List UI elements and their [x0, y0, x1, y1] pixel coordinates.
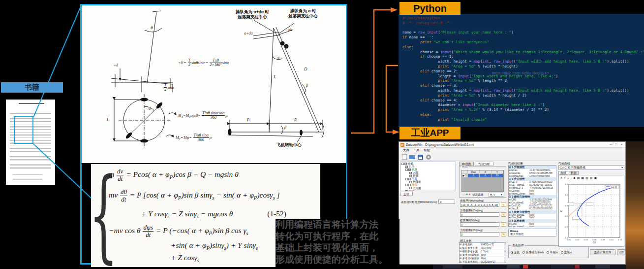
save-icon[interactable] — [418, 155, 423, 160]
chart-tool-icon[interactable]: + — [567, 176, 569, 179]
param-row[interactable]: ⊞ 横向参考长度1.5[m] — [460, 250, 506, 253]
param-row[interactable]: ⊞ 纵向参考长度0.174[m] — [460, 246, 506, 250]
code-token: choose == 4: — [429, 98, 458, 102]
aero-section-header[interactable]: ⊟ 2 升力特性 — [509, 177, 556, 181]
edit-pencil-icon[interactable]: ✎ — [501, 212, 506, 217]
tree-item-label: 机翼 — [412, 168, 418, 171]
chart-tool-icon[interactable]: ▥ — [585, 176, 588, 179]
metric-info-box: Emax 最大升阻比 — [508, 229, 556, 236]
code-line: print "Invalid choose" — [402, 117, 643, 122]
aero-section-header[interactable]: ⊟ 3 俯仰力矩特性 — [509, 195, 556, 199]
aero-section-header[interactable]: ⊟ 1 升阻特性 — [509, 166, 556, 169]
aero-item-row[interactable]: ⊞ Eps_AlphaENaN — [509, 226, 556, 227]
run-arrow-icon[interactable]: → — [461, 193, 465, 196]
view-calc-file-button[interactable]: 查看计算文件 — [590, 249, 615, 255]
chart-tool-icon[interactable]: ▨ — [590, 176, 593, 179]
code-token: int — [483, 88, 490, 93]
formula-text: − sin( α + φ — [215, 191, 254, 199]
D-label: D — [304, 67, 307, 71]
sequence-input[interactable]: [-10, -8, -6, -4, -2, 0, 2, 4, 6, 8, 10] — [460, 202, 499, 207]
minimize-button[interactable]: — — [608, 142, 613, 147]
chart-tool-icon[interactable]: ▤ — [577, 176, 580, 179]
curve-type-dropdown[interactable]: Cd,Cl E 升阻极曲线 ▾ — [558, 165, 624, 170]
aero-item-name: ⊞ AlphaCLfmax — [509, 193, 525, 195]
chart-tool-icon[interactable]: Y — [564, 176, 566, 179]
sequence-input[interactable]: [] — [460, 222, 499, 227]
roughness-input[interactable]: 0 — [438, 200, 455, 204]
chevron-down-icon: ▾ — [501, 193, 502, 197]
sequence-input[interactable]: [] — [460, 232, 499, 236]
close-button[interactable]: × — [619, 142, 624, 147]
code-line: elif choose == 4: — [402, 98, 643, 103]
fraction: dθdt — [120, 189, 127, 202]
view-tab-aero[interactable]: 气动分析 — [475, 162, 493, 166]
metric-desc: 最大升阻比 — [509, 233, 556, 236]
numerator: dθ — [120, 189, 127, 196]
chart-tool-icon[interactable]: ▦ — [581, 176, 584, 179]
edit-pencil-icon[interactable]: ✎ — [501, 222, 506, 227]
component-radio[interactable]: 全机 — [511, 251, 520, 254]
code-token: input — [440, 50, 452, 54]
param-row[interactable]: ⊞ 平尾参考面积0.2926[m^2] — [460, 260, 506, 263]
aero-section-header[interactable]: ⊟ 5 其他参数 — [509, 219, 556, 223]
maximize-button[interactable]: □ — [613, 142, 619, 147]
chart-tool-icon[interactable]: ■ — [574, 176, 576, 179]
sequence-label: 方向舵序列Dr[deg] — [460, 229, 483, 232]
aero-item-row[interactable]: ⊞ Che_DeENaN — [509, 216, 556, 219]
status-table[interactable]: FlapXY▶ 10030 — [461, 170, 504, 192]
menu-item[interactable]: 工具 — [413, 148, 420, 153]
menu-item[interactable]: 文件 — [403, 148, 409, 153]
param-row[interactable]: ⊞ 参考点x轴坐标0[m] — [460, 253, 506, 257]
delete-state-icon[interactable]: × — [468, 193, 470, 196]
param-row[interactable]: ⊞ 参考面积0.452[m^2] — [460, 243, 506, 246]
beta-lower-label: β — [284, 125, 286, 130]
code-token — [402, 78, 438, 83]
chart-tool-icon[interactable]: ▣ — [594, 176, 597, 179]
aero-characteristics-list: ⊟ 1 升阻特性⊞ Emax10.3776432195691⊞ CLEmax0.… — [508, 165, 556, 227]
formula-text: ] — [275, 191, 280, 199]
component-radio[interactable]: 翼身组合体wb — [522, 251, 544, 254]
formula-text: ) + Y sinγ — [226, 241, 256, 249]
tree-item[interactable]: 腹鳍 — [400, 190, 456, 191]
code-line: if name == '': — [402, 35, 643, 40]
formula-text: + Z cosγ — [171, 253, 197, 262]
chart-tool-icon[interactable]: − — [571, 176, 573, 179]
menu-item[interactable]: 帮助 — [424, 148, 430, 153]
formula-text: − mgcos θ — [199, 209, 233, 218]
code-token: : — [411, 45, 414, 49]
curve-tab-data[interactable]: 数据 — [569, 171, 579, 175]
tree-tab-aircraft[interactable]: 全机 — [400, 192, 413, 196]
param-row[interactable]: ⊞ 参考点z轴坐标0[m] — [460, 257, 506, 260]
settings-gear-icon[interactable] — [426, 155, 431, 160]
sequence-input[interactable]: [] — [460, 212, 499, 217]
aero-item-row[interactable]: ⊞ Xac_E0.2029268290368293 — [509, 207, 556, 210]
component-radio[interactable]: 垂尾vt — [561, 251, 572, 254]
edit-pencil-icon[interactable]: ✎ — [501, 202, 506, 207]
calculate-button[interactable]: 计算 — [617, 249, 625, 255]
curve-tab-curve[interactable]: 曲线 — [558, 171, 568, 175]
svg-text:Cd: Cd — [593, 241, 596, 244]
denominator: 2 — [188, 63, 191, 67]
chart-tool-icon[interactable]: X — [560, 176, 562, 179]
state-mode-dropdown[interactable]: H_V ▾ — [489, 193, 503, 197]
component-radio[interactable]: 平尾ht — [547, 251, 558, 254]
code-token: diameter = — [402, 102, 462, 107]
tree-checkbox[interactable] — [405, 190, 408, 191]
edit-pencil-icon[interactable]: ✎ — [501, 232, 506, 236]
add-state-icon[interactable]: + — [466, 193, 468, 196]
code-token — [402, 83, 420, 88]
formula-text: sinθsinα = — [191, 61, 209, 65]
sequence-label: 襟翼序列Df[deg] — [460, 219, 480, 222]
status-cell: 30 — [491, 174, 503, 177]
param-value: 0.2926[m^2] — [481, 260, 495, 263]
svg-text:1.5: 1.5 — [565, 183, 568, 186]
open-folder-icon[interactable] — [409, 155, 415, 159]
new-file-icon[interactable] — [402, 154, 407, 160]
status-table-row[interactable]: ▶ 10030 — [462, 174, 503, 177]
aero-item-row[interactable]: ⊞ AlphaEmax1.07797486687958 — [509, 175, 556, 178]
view-tab-3d[interactable]: 3D视图 — [459, 162, 474, 166]
aero-item-name: ⊞ Emax — [509, 169, 518, 171]
code-token: "we don't like anonymous" — [433, 40, 489, 44]
aero-section-header[interactable]: ⊟ 4 铰链力矩特性 — [509, 210, 556, 214]
aero-item-row[interactable]: ⊞ AlphaCLfmaxNaN — [509, 193, 556, 196]
